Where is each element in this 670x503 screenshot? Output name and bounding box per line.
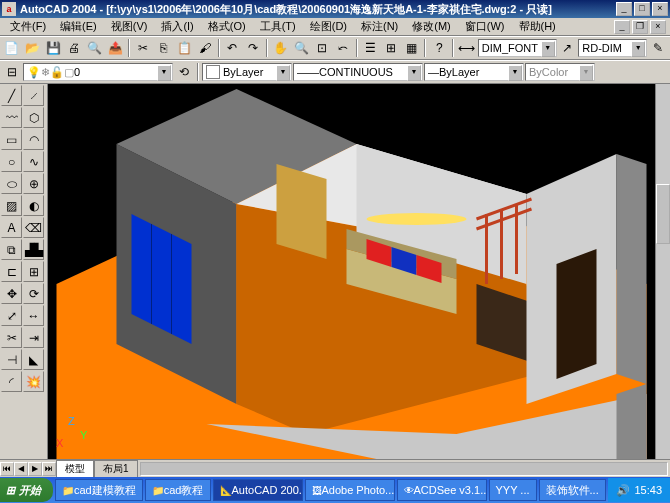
xline-icon[interactable]: ⟋ xyxy=(23,85,44,106)
menu-file[interactable]: 文件(F) xyxy=(4,18,52,35)
help-icon[interactable]: ? xyxy=(429,38,449,58)
menu-view[interactable]: 视图(V) xyxy=(105,18,154,35)
plotstyle-dropdown[interactable]: ByColor xyxy=(525,63,595,81)
menu-help[interactable]: 帮助(H) xyxy=(513,18,562,35)
svg-marker-18 xyxy=(617,154,647,384)
mdi-close-button[interactable]: × xyxy=(650,20,666,34)
plotstyle-value: ByColor xyxy=(529,66,568,78)
hatch-icon[interactable]: ▨ xyxy=(1,195,22,216)
tab-prev-icon[interactable]: ◀ xyxy=(14,462,28,476)
vertical-scrollbar[interactable] xyxy=(655,84,670,459)
task-item[interactable]: YYY ... xyxy=(489,479,537,501)
task-item[interactable]: 📁cad教程 xyxy=(145,479,211,501)
task-item[interactable]: 装饰软件... xyxy=(539,479,606,501)
explode-icon[interactable]: 💥 xyxy=(23,371,44,392)
zoom-realtime-icon[interactable]: 🔍 xyxy=(292,38,312,58)
layer-dropdown[interactable]: 💡❄🔓▢ 0 xyxy=(23,63,173,81)
tab-next-icon[interactable]: ▶ xyxy=(28,462,42,476)
color-dropdown[interactable]: ByLayer xyxy=(202,63,292,81)
menubar: 文件(F) 编辑(E) 视图(V) 插入(I) 格式(O) 工具(T) 绘图(D… xyxy=(0,18,670,36)
mdi-minimize-button[interactable]: _ xyxy=(614,20,630,34)
task-item[interactable]: 📁cad建模教程 xyxy=(55,479,143,501)
task-item[interactable]: 👁ACDSee v3.1... xyxy=(397,479,487,501)
start-button[interactable]: ⊞开始 xyxy=(0,478,53,502)
system-tray[interactable]: 🔊 15:43 xyxy=(608,478,670,502)
cut-icon[interactable]: ✂ xyxy=(133,38,153,58)
mdi-restore-button[interactable]: ❐ xyxy=(632,20,648,34)
text-icon[interactable]: A xyxy=(1,217,22,238)
lineweight-dropdown[interactable]: — ByLayer xyxy=(424,63,524,81)
task-item[interactable]: 🖼Adobe Photo... xyxy=(305,479,395,501)
trim-icon[interactable]: ✂ xyxy=(1,327,22,348)
ellipse-icon[interactable]: ⬭ xyxy=(1,173,22,194)
save-icon[interactable]: 💾 xyxy=(43,38,63,58)
offset-icon[interactable]: ⊏ xyxy=(1,261,22,282)
properties-icon[interactable]: ☰ xyxy=(361,38,381,58)
polygon-icon[interactable]: ⬡ xyxy=(23,107,44,128)
linetype-dropdown[interactable]: —— CONTINUOUS xyxy=(293,63,423,81)
paste-icon[interactable]: 📋 xyxy=(174,38,194,58)
menu-insert[interactable]: 插入(I) xyxy=(155,18,199,35)
toolpalette-icon[interactable]: ▦ xyxy=(402,38,422,58)
move-icon[interactable]: ✥ xyxy=(1,283,22,304)
horizontal-scrollbar[interactable] xyxy=(140,462,668,476)
array-icon[interactable]: ⊞ xyxy=(23,261,44,282)
zoom-prev-icon[interactable]: ⤺ xyxy=(333,38,353,58)
layer-prev-icon[interactable]: ⟲ xyxy=(174,62,194,82)
zoom-window-icon[interactable]: ⊡ xyxy=(312,38,332,58)
copy-icon[interactable]: ⎘ xyxy=(154,38,174,58)
dim-update-icon[interactable]: ↗ xyxy=(558,38,578,58)
dim-edit-icon[interactable]: ✎ xyxy=(648,38,668,58)
spline-icon[interactable]: ∿ xyxy=(23,151,44,172)
chamfer-icon[interactable]: ◣ xyxy=(23,349,44,370)
tab-layout1[interactable]: 布局1 xyxy=(94,460,138,477)
menu-window[interactable]: 窗口(W) xyxy=(459,18,511,35)
break-icon[interactable]: ⊣ xyxy=(1,349,22,370)
open-icon[interactable]: 📂 xyxy=(23,38,43,58)
pline-icon[interactable]: 〰 xyxy=(1,107,22,128)
preview-icon[interactable]: 🔍 xyxy=(85,38,105,58)
tab-last-icon[interactable]: ⏭ xyxy=(42,462,56,476)
undo-icon[interactable]: ↶ xyxy=(223,38,243,58)
model-viewport[interactable]: Z Y X xyxy=(48,84,655,459)
fillet-icon[interactable]: ◜ xyxy=(1,371,22,392)
mirror-icon[interactable]: ▟▙ xyxy=(23,239,44,260)
scale-icon[interactable]: ⤢ xyxy=(1,305,22,326)
extend-icon[interactable]: ⇥ xyxy=(23,327,44,348)
task-item-autocad[interactable]: 📐AutoCAD 200... xyxy=(213,479,303,501)
tab-model[interactable]: 模型 xyxy=(56,460,94,477)
tray-icon[interactable]: 🔊 xyxy=(616,484,630,497)
insert-icon[interactable]: ⊕ xyxy=(23,173,44,194)
redo-icon[interactable]: ↷ xyxy=(243,38,263,58)
region-icon[interactable]: ◐ xyxy=(23,195,44,216)
minimize-button[interactable]: _ xyxy=(616,2,632,16)
layer-manager-icon[interactable]: ⊟ xyxy=(2,62,22,82)
lineweight-value: ByLayer xyxy=(439,66,479,78)
line-icon[interactable]: ╱ xyxy=(1,85,22,106)
tab-first-icon[interactable]: ⏮ xyxy=(0,462,14,476)
dimtype-dropdown[interactable]: RD-DIM xyxy=(578,39,647,57)
copy-obj-icon[interactable]: ⧉ xyxy=(1,239,22,260)
publish-icon[interactable]: 📤 xyxy=(105,38,125,58)
dim-linear-icon[interactable]: ⟷ xyxy=(457,38,477,58)
match-icon[interactable]: 🖌 xyxy=(195,38,215,58)
rectangle-icon[interactable]: ▭ xyxy=(1,129,22,150)
menu-draw[interactable]: 绘图(D) xyxy=(304,18,353,35)
menu-tools[interactable]: 工具(T) xyxy=(254,18,302,35)
erase-icon[interactable]: ⌫ xyxy=(23,217,44,238)
menu-dimension[interactable]: 标注(N) xyxy=(355,18,404,35)
menu-format[interactable]: 格式(O) xyxy=(202,18,252,35)
print-icon[interactable]: 🖨 xyxy=(64,38,84,58)
menu-edit[interactable]: 编辑(E) xyxy=(54,18,103,35)
circle-icon[interactable]: ○ xyxy=(1,151,22,172)
designcenter-icon[interactable]: ⊞ xyxy=(381,38,401,58)
close-button[interactable]: × xyxy=(652,2,668,16)
pan-icon[interactable]: ✋ xyxy=(271,38,291,58)
dimstyle-dropdown[interactable]: DIM_FONT xyxy=(478,39,557,57)
stretch-icon[interactable]: ↔ xyxy=(23,305,44,326)
new-icon[interactable]: 📄 xyxy=(2,38,22,58)
rotate-icon[interactable]: ⟳ xyxy=(23,283,44,304)
maximize-button[interactable]: □ xyxy=(634,2,650,16)
arc-icon[interactable]: ◠ xyxy=(23,129,44,150)
menu-modify[interactable]: 修改(M) xyxy=(406,18,457,35)
